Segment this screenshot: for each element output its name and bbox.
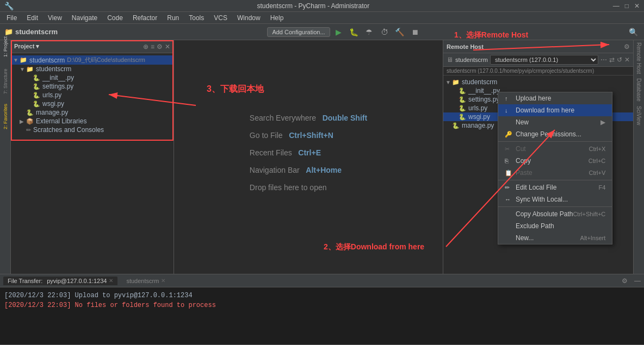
ctx-upload-here[interactable]: ↑ Upload here [498,92,612,104]
menu-bar: File Edit View Navigate Code Refactor Ru… [0,12,644,24]
tree-wsgi-py[interactable]: 🐍 wsgi.py [11,99,174,108]
remote-settings-icon[interactable]: ⚙ [624,43,630,51]
remote-root[interactable]: ▼ 📁 studentscrm [443,78,633,86]
remote-host-panel: 1、选择Remote Host Remote Host ⚙ 🖥 students… [443,40,633,274]
tree-scratches-consoles[interactable]: ✏ Scratches and Consoles [11,126,174,134]
search-everywhere-hint: Search Everywhere Double Shift [250,114,367,122]
debug-button[interactable]: 🐛 [348,26,361,39]
recent-shortcut: Ctrl+E [298,148,321,157]
ctx-sep-1 [498,141,612,142]
title-bar: 🔧 studentscrm - PyCharm - Administrator … [0,0,644,12]
tree-manage-py[interactable]: 🐍 manage.py [11,108,174,117]
stop-button[interactable]: ⏹ [408,26,422,39]
tree-settings-py[interactable]: 🐍 settings.py [11,82,174,91]
ctx-paste[interactable]: 📋 Paste Ctrl+V [498,167,612,179]
menu-refactor[interactable]: Refactor [128,13,162,23]
studentscrm-tab-close[interactable]: ✕ [161,278,165,284]
ctx-new[interactable]: New ▶ [498,116,612,128]
recent-files-hint: Recent Files Ctrl+E [250,148,367,157]
navbar-shortcut: Alt+Home [306,166,342,174]
profile-button[interactable]: ⏱ [378,26,391,39]
menu-edit[interactable]: Edit [22,13,42,23]
ctx-sep-2 [498,180,612,180]
ctx-sync-local[interactable]: ↔ Sync With Local... [498,193,612,205]
menu-vcs[interactable]: VCS [209,13,232,23]
menu-window[interactable]: Window [233,13,265,23]
server-sync-icon[interactable]: ⇄ [609,56,615,64]
tree-external-libraries[interactable]: ▶ 📦 External Libraries [11,117,174,126]
server-more-icon[interactable]: ⋯ [600,56,607,64]
remote-path: studentscrm (127.0.0.1/home/pyvip/crmpro… [447,68,594,74]
sidebar-favorites-icon[interactable]: 2: Favorites [1,112,10,121]
remote-tree: ↑ Upload here ↓ Download from here [443,76,633,274]
ctx-exclude-path[interactable]: Exclude Path [498,220,612,232]
sidebar-project-icon[interactable]: 1: Project [1,42,10,51]
app-window: 🔧 studentscrm - PyCharm - Administrator … [0,0,644,345]
menu-run[interactable]: Run [163,13,183,23]
menu-code[interactable]: Code [103,13,127,23]
close-button[interactable]: ✕ [634,2,640,10]
panel-settings-icon[interactable]: ⚙ [157,43,163,51]
menu-navigate[interactable]: Navigate [67,13,102,23]
studentscrm-tab-label: studentscrm [126,278,159,284]
ctx-download-from-here[interactable]: ↓ Download from here [498,104,612,116]
database-sidebar-label[interactable]: Database [636,78,642,102]
server-close-icon[interactable]: ✕ [624,56,630,64]
panel-add-icon[interactable]: ⊕ [143,43,148,51]
tree-root-path: D:\09_代码Code\studentscrm [67,56,145,64]
left-sidebar: 1: Project 7: Structure 2: Favorites [0,40,11,274]
tree-init-py[interactable]: 🐍 __init__.py [11,73,174,82]
server-name: studentscrm [455,57,488,63]
goto-shortcut: Ctrl+Shift+N [289,131,333,140]
server-refresh-icon[interactable]: ↺ [617,56,622,64]
run-button[interactable]: ▶ [332,26,345,39]
ctx-new-item[interactable]: New... Alt+Insert [498,232,612,244]
menu-tools[interactable]: Tools [184,13,208,23]
maximize-button[interactable]: □ [625,2,629,10]
title-bar-controls: — □ ✕ [613,2,640,10]
build-button[interactable]: 🔨 [393,26,406,39]
terminal-tab-studentscrm[interactable]: studentscrm ✕ [122,277,170,285]
tree-root-item[interactable]: ▼ 📁 studentscrm D:\09_代码Code\studentscrm [11,55,174,65]
tree-urls-py[interactable]: 🐍 urls.py [11,91,174,99]
filetransfer-tab-close[interactable]: ✕ [109,278,113,284]
coverage-button[interactable]: ☂ [363,26,376,39]
minimize-button[interactable]: — [613,2,620,10]
search-everywhere-icon[interactable]: 🔍 [627,26,640,39]
cut-icon: ✂ [505,146,512,153]
goto-file-hint: Go to File Ctrl+Shift+N [250,131,367,140]
terminal-minimize-icon[interactable]: — [634,277,641,285]
panel-collapse-icon[interactable]: ≡ [151,43,154,51]
panel-close-icon[interactable]: ✕ [165,43,170,51]
add-configuration-button[interactable]: Add Configuration... [267,27,330,37]
ctx-sep-3 [498,206,612,207]
filetransfer-tab-server: pyvip@127.0.0.1:1234 [47,278,107,284]
terminal-settings-icon[interactable]: ⚙ [622,277,628,285]
ctx-copy[interactable]: ⎘ Copy Ctrl+C [498,155,612,167]
center-panel: 3、下载回本地 Search Everywhere Double Shift G… [174,40,443,274]
welcome-content: Search Everywhere Double Shift Go to Fil… [239,103,378,211]
project-panel-title: Project ▾ [14,43,39,50]
project-tree: ▼ 📁 studentscrm D:\09_代码Code\studentscrm… [11,53,174,274]
menu-view[interactable]: View [44,13,66,23]
remote-server-bar: 🖥 studentscrm studentscrm (127.0.0.1) ⋯ … [443,53,633,67]
menu-help[interactable]: Help [266,13,288,23]
edit-icon: ✏ [505,184,512,191]
submenu-arrow-icon: ▶ [600,118,605,126]
remote-panel-header: Remote Host ⚙ [443,40,633,53]
ctx-edit-local[interactable]: ✏ Edit Local File F4 [498,181,612,193]
tree-studentscrm-folder[interactable]: ▼ 📁 studentscrm [11,65,174,73]
sidebar-structure-icon[interactable]: 7: Structure [1,77,10,86]
ctx-cut[interactable]: ✂ Cut Ctrl+X [498,143,612,155]
app-title: studentscrm - PyCharm - Administrator [257,2,370,10]
terminal-header: File Transfer: pyvip@127.0.0.1:1234 ✕ st… [0,274,644,287]
remote-panel-title: Remote Host [447,43,484,50]
server-select[interactable]: studentscrm (127.0.0.1) [490,55,598,65]
ctx-copy-absolute-path[interactable]: Copy Absolute Path Ctrl+Shift+C [498,208,612,220]
terminal-tab-filetransfer[interactable]: File Transfer: pyvip@127.0.0.1:1234 ✕ [3,277,117,285]
remote-panel-actions: ⚙ [624,43,630,51]
sciview-sidebar-label[interactable]: SciView [636,106,642,125]
ctx-change-permissions[interactable]: 🔑 Change Permissions... [498,128,612,140]
remote-host-sidebar-label[interactable]: Remote Host [636,42,642,74]
menu-file[interactable]: File [2,13,21,23]
